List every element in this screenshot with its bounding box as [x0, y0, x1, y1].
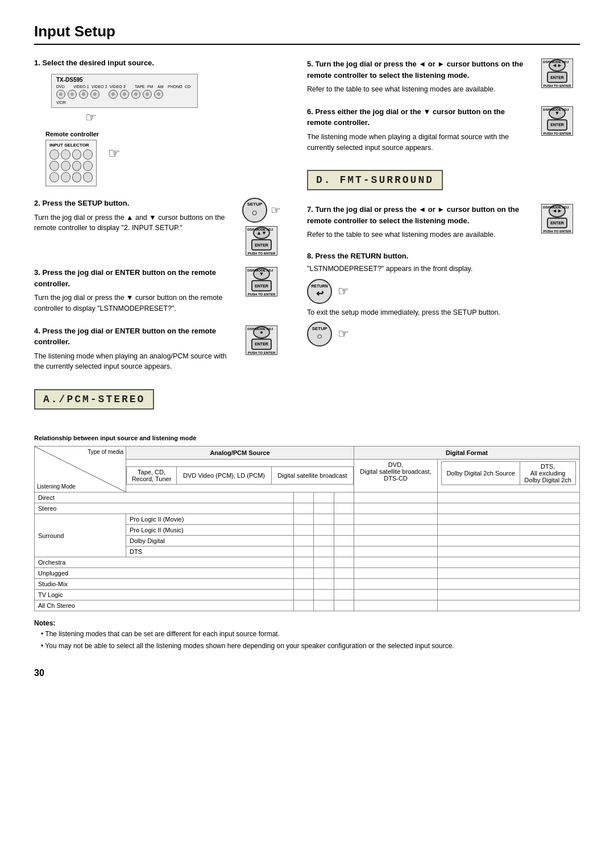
step-2-header: 2. Press the SETUP button. [34, 198, 233, 209]
acs-c4 [354, 600, 437, 611]
surr1-c5 [438, 514, 580, 525]
fm-btn[interactable]: ⊙ [120, 90, 129, 99]
step-5-body: Refer to the table to see what listening… [307, 85, 495, 93]
direct-label: Direct [35, 493, 294, 503]
enter-btn-5: ENTER [547, 72, 567, 83]
tvlogic-label: TV Logic [35, 590, 294, 600]
hand-pointer-8: ☞ [338, 284, 349, 299]
surr1-c3 [334, 514, 354, 525]
setup-icon-8: SETUP ○ [307, 322, 332, 347]
dsp-mode-icon-5: DSP/MODE ADJ ◄► ENTER PUSH TO ENTER [541, 59, 573, 88]
table-section: Relationship between input source and li… [34, 435, 580, 611]
step-5-header: 5. Turn the jog dial or press the ◄ or ►… [307, 59, 529, 81]
push-to-enter-7: PUSH TO ENTER [544, 229, 571, 233]
rc-btn-7[interactable] [72, 161, 82, 171]
relationship-table: Type of media Listening Mode Analog/PCM … [34, 446, 580, 611]
notes-section: Notes: The listening modes that can be s… [34, 619, 580, 651]
step-4-content: 4. Press the jog dial or ENTER button on… [34, 326, 284, 373]
step-3-header: 3. Press the jog dial or ENTER button on… [34, 267, 233, 289]
dvd-btn[interactable]: ⊙ [56, 90, 65, 99]
surr2-c3 [334, 525, 354, 536]
pro-logic-music: Pro Logic II (Music) [126, 525, 294, 536]
diag-top-right-label: Type of media [88, 449, 123, 455]
table-row-direct: Direct [35, 493, 580, 503]
rc-btn-9[interactable] [49, 172, 59, 182]
rc-btn-8[interactable] [83, 161, 93, 171]
rc-btn-1[interactable] [49, 149, 59, 160]
stereo-c4 [354, 503, 437, 514]
rc-btn-10[interactable] [61, 172, 70, 182]
direct-c3 [334, 493, 354, 503]
push-to-enter-5: PUSH TO ENTER [544, 84, 571, 87]
surr3-c5 [438, 536, 580, 546]
hand-pointer-1: ☞ [85, 110, 284, 125]
step-5: 5. Turn the jog dial or press the ◄ or ►… [307, 59, 580, 95]
step-2-body: Turn the jog dial or press the ▲ and ▼ c… [34, 214, 225, 232]
stm-c4 [354, 579, 437, 590]
stereo-c1 [293, 503, 313, 514]
dts-header: DTS,All excludingDolby Digital 2ch [520, 461, 576, 485]
dsp-mode-icon-6: DSP/MODE ADJ ▼ ENTER PUSH TO ENTER [541, 106, 573, 136]
step-2-content: 2. Press the SETUP button. Turn the jog … [34, 198, 284, 256]
step-7-body: Refer to the table to see what listening… [307, 231, 495, 239]
analog-sub-3: Digital satellite broadcast [272, 467, 354, 485]
dsp-mode-icon-2: DSP/MODE ADJ ▲▼ ENTER PUSH TO ENTER [246, 226, 277, 256]
pro-logic-movie: Pro Logic II (Movie) [126, 514, 294, 525]
direct-c1 [293, 493, 313, 503]
return-button-icon: RETURN ↩ [307, 279, 332, 304]
rc-btn-11[interactable] [72, 172, 82, 182]
step-7-icon: DSP/MODE ADJ ◄► ENTER PUSH TO ENTER [534, 204, 580, 233]
phono-btn[interactable]: ⊙ [143, 90, 152, 99]
tape-btn[interactable]: ⊙ [109, 90, 118, 99]
stereo-c3 [334, 503, 354, 514]
rc-btn-4[interactable] [83, 149, 93, 160]
right-column: 5. Turn the jog dial or press the ◄ or ►… [307, 59, 580, 421]
surr2-c5 [438, 525, 580, 536]
tvl-c5 [438, 590, 580, 600]
lcd-display-area-2: D. FMT-SURROUND [307, 164, 580, 196]
diagonal-header-cell: Type of media Listening Mode [35, 446, 126, 493]
remote-row-1 [49, 149, 93, 160]
step-4: 4. Press the jog dial or ENTER button on… [34, 326, 284, 373]
step-7-header: 7. Turn the jog dial or press the ◄ or ►… [307, 204, 529, 226]
step-6-content: 6. Press either the jog dial or the ▼ cu… [307, 106, 580, 153]
unp-c5 [438, 568, 580, 579]
step-6-body: The listening mode when playing a digita… [307, 133, 509, 152]
device-model: TX-DS595 [56, 77, 193, 83]
vid3-btn[interactable]: ⊙ [90, 90, 99, 99]
rc-btn-6[interactable] [61, 161, 70, 171]
remote-label: Remote controller [45, 131, 284, 137]
lcd-display-2: D. FMT-SURROUND [307, 170, 443, 190]
cd-btn[interactable]: ⊙ [154, 90, 163, 99]
surr1-c1 [293, 514, 313, 525]
surr3-c3 [334, 536, 354, 546]
direct-c5 [438, 493, 580, 503]
am-btn[interactable]: ⊙ [131, 90, 140, 99]
setup-knob-icon: SETUP ○ [242, 198, 267, 223]
surr4-c1 [293, 546, 313, 557]
orch-c5 [438, 557, 580, 568]
orch-c2 [314, 557, 334, 568]
step-5-text: 5. Turn the jog dial or press the ◄ or ►… [307, 59, 529, 95]
surr3-c1 [293, 536, 313, 546]
stm-c2 [314, 579, 334, 590]
surr4-c2 [314, 546, 334, 557]
rc-btn-2[interactable] [61, 149, 70, 160]
rc-btn-5[interactable] [49, 161, 59, 171]
step-4-body: The listening mode when playing an analo… [34, 352, 226, 371]
unp-c1 [293, 568, 313, 579]
direct-c4 [354, 493, 437, 503]
push-label: PUSH TO ENTER [248, 252, 276, 255]
step-8-text-2: To exit the setup mode immediately, pres… [307, 307, 580, 318]
rc-btn-12[interactable] [83, 172, 93, 182]
remote-box: INPUT SELECTOR [45, 140, 97, 186]
step-8-header: 8. Press the RETURN button. [307, 252, 580, 260]
vid2-btn[interactable]: ⊙ [79, 90, 88, 99]
table-row-stereo: Stereo [35, 503, 580, 514]
left-column: 1. Select the desired input source. TX-D… [34, 59, 284, 421]
lcd-display-area-1: A./PCM-STEREO [34, 383, 284, 415]
table-row-unplugged: Unplugged [35, 568, 580, 579]
hand-pointer-8b: ☞ [338, 327, 349, 341]
rc-btn-3[interactable] [72, 149, 82, 160]
vid1-btn[interactable]: ⊙ [68, 90, 77, 99]
